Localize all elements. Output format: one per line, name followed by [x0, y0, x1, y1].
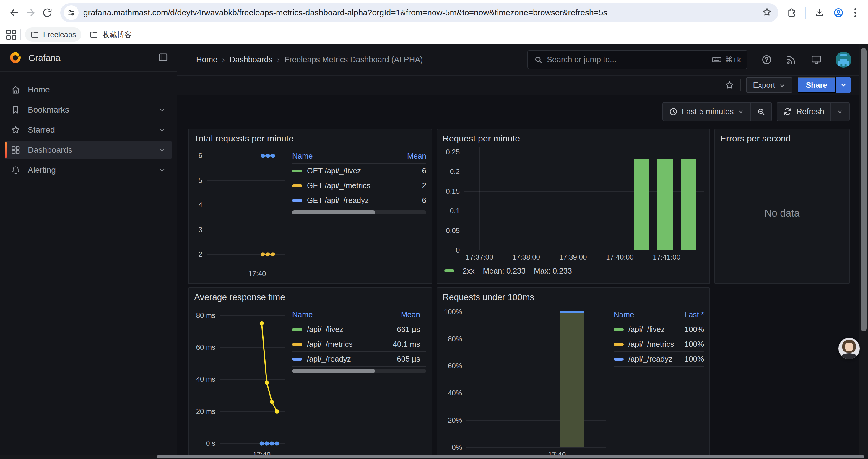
column-header[interactable]: Mean	[373, 310, 420, 319]
horizontal-scrollbar[interactable]	[0, 455, 868, 459]
profile-icon[interactable]	[833, 7, 844, 18]
sidebar-item-bookmarks[interactable]: Bookmarks	[5, 100, 172, 119]
sidebar-item-home[interactable]: Home	[5, 80, 172, 99]
bookmark-label: Freeleaps	[43, 30, 76, 39]
series-color-pill	[292, 358, 302, 361]
extensions-icon[interactable]	[786, 7, 797, 18]
column-header[interactable]: Mean	[382, 152, 426, 161]
site-settings-icon[interactable]	[64, 5, 79, 20]
legend-scrollbar[interactable]	[292, 210, 426, 215]
legend-row[interactable]: GET /api/_/livez6	[292, 164, 426, 178]
sidebar-item-dashboards[interactable]: Dashboards	[5, 140, 172, 160]
vertical-scrollbar[interactable]	[859, 44, 868, 455]
panel-title[interactable]: Average response time	[194, 292, 426, 306]
column-header[interactable]: Name	[292, 310, 373, 319]
chrome-apps-icon[interactable]	[6, 30, 16, 40]
series-color-pill	[292, 184, 302, 187]
y-tick-label: 20 ms	[196, 407, 215, 416]
y-tick-label: 80%	[448, 335, 462, 343]
time-range-picker[interactable]: Last 5 minutes	[663, 103, 750, 121]
legend-row[interactable]: /api/_/metrics100%	[614, 337, 704, 352]
gridline	[466, 393, 606, 393]
monitor-icon[interactable]	[811, 54, 822, 65]
y-tick-label: 0.15	[446, 187, 460, 196]
legend-row[interactable]: /api/_/metrics40.1 ms20.5 r	[292, 337, 426, 352]
x-tick-label: 17:39:00	[559, 253, 587, 261]
legend-row[interactable]: /api/_/readyz605 µs620	[292, 352, 426, 366]
sidebar-item-alerting[interactable]: Alerting	[5, 161, 172, 179]
chart: 0.250.20.150.10.05017:37:0017:38:0017:39…	[442, 147, 704, 263]
search-input[interactable]	[547, 55, 707, 64]
user-avatar[interactable]	[836, 52, 851, 68]
panel-title[interactable]: Requests under 100ms	[442, 292, 704, 306]
breadcrumb-item[interactable]: Home	[196, 55, 217, 64]
horizontal-scrollbar-thumb[interactable]	[157, 455, 864, 458]
reload-icon[interactable]	[39, 4, 56, 21]
share-options-chevron-icon[interactable]	[836, 77, 851, 93]
browser-menu-icon[interactable]	[852, 8, 859, 17]
series-name: 2xx	[463, 266, 474, 275]
column-header[interactable]: Name	[614, 310, 660, 319]
gridline	[479, 147, 480, 250]
refresh-button[interactable]: Refresh	[777, 103, 830, 121]
column-header[interactable]: Name	[292, 152, 382, 161]
legend-scrollbar-thumb[interactable]	[292, 369, 375, 373]
back-icon[interactable]	[6, 4, 23, 21]
legend: 2xxMean: 0.233Max: 0.233	[442, 263, 704, 279]
legend-row[interactable]: /api/_/livez100%	[614, 322, 704, 337]
legend-row[interactable]: GET /api/_/readyz6	[292, 193, 426, 208]
bookmark-item[interactable]: Freeleaps	[25, 28, 81, 42]
y-tick-label: 0.25	[446, 148, 460, 156]
vertical-scrollbar-thumb[interactable]	[861, 48, 867, 331]
breadcrumb-item[interactable]: Dashboards	[229, 55, 273, 64]
breadcrumb-separator: ›	[277, 55, 280, 64]
series-stat: Max: 0.233	[534, 266, 572, 275]
url-input[interactable]	[83, 8, 759, 18]
address-bar[interactable]	[60, 3, 778, 22]
forward-icon[interactable]	[23, 4, 39, 21]
x-axis: 17:40	[194, 267, 284, 279]
favorite-dashboard-star-icon[interactable]	[724, 80, 735, 90]
news-rss-icon[interactable]	[786, 54, 797, 65]
chart: 6543217:40	[194, 147, 284, 279]
bookmark-item[interactable]: 收藏博客	[84, 28, 137, 42]
column-header[interactable]: Last *	[660, 310, 704, 319]
bookmark-page-star-icon[interactable]	[762, 7, 772, 19]
legend-scrollbar-thumb[interactable]	[292, 210, 375, 215]
plot-area	[464, 147, 704, 250]
panel-title[interactable]: Request per minute	[442, 133, 704, 147]
legend-row[interactable]: GET /api/_/metrics2	[292, 178, 426, 193]
x-tick-label: 17:40	[248, 270, 266, 278]
x-tick-label: 17:40:00	[606, 253, 633, 261]
y-axis: 0.250.20.150.10.050	[442, 147, 464, 250]
panel-title[interactable]: Errors per second	[720, 133, 844, 147]
sidebar-item-label: Home	[28, 85, 50, 95]
legend-scrollbar[interactable]	[292, 369, 426, 373]
sidebar-item-starred[interactable]: Starred	[5, 121, 172, 139]
gridline	[620, 147, 620, 250]
assistant-avatar-widget[interactable]	[838, 338, 860, 359]
search-box[interactable]: ⌘+k	[527, 50, 747, 69]
export-button[interactable]: Export	[746, 77, 793, 93]
zoom-out-button[interactable]	[750, 103, 771, 121]
chart-bar	[560, 312, 584, 448]
y-tick-label: 4	[198, 201, 203, 209]
share-button[interactable]: Share	[798, 77, 836, 93]
collapse-sidebar-icon[interactable]	[158, 52, 168, 64]
y-tick-label: 0 s	[206, 439, 215, 448]
panel-row-2: Average response time80 ms60 ms40 ms20 m…	[188, 287, 850, 459]
chevron-down-icon	[158, 166, 166, 174]
help-icon[interactable]	[761, 54, 772, 65]
legend-row[interactable]: /api/_/readyz100%	[614, 352, 704, 366]
panel-title[interactable]: Total requests per minute	[194, 133, 426, 147]
no-data-message: No data	[720, 147, 844, 279]
series-color-pill	[292, 328, 302, 331]
divider	[740, 79, 741, 91]
x-tick-label: 17:37:00	[466, 253, 493, 261]
time-range-label: Last 5 minutes	[682, 107, 734, 117]
legend-row[interactable]: /api/_/livez661 µs646	[292, 322, 426, 337]
column-header[interactable]: Las	[420, 310, 426, 319]
downloads-icon[interactable]	[814, 7, 825, 18]
series-color-pill	[292, 199, 302, 202]
refresh-interval-chevron[interactable]	[830, 103, 849, 121]
